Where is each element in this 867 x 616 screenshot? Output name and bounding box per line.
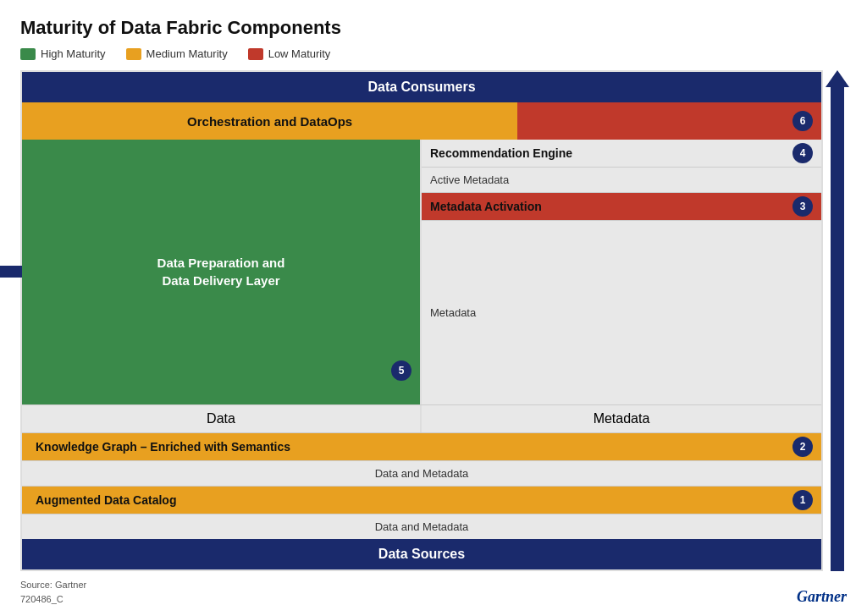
orchestration-right: 6	[517, 102, 821, 140]
active-metadata-label: Active Metadata	[430, 173, 509, 186]
diagram-main: Data Consumers Orchestration and DataOps…	[20, 70, 823, 571]
metadata-label: Metadata	[430, 306, 476, 319]
data-label: Data	[207, 411, 235, 426]
kg-header: Knowledge Graph – Enriched with Semantic…	[22, 432, 821, 460]
aug-sub-label: Data and Metadata	[375, 520, 469, 533]
kg-badge: 2	[792, 437, 813, 457]
active-metadata-row: Active Metadata	[422, 168, 821, 193]
right-panel: Recommendation Engine 4 Active Metadata …	[422, 140, 821, 404]
legend: High Maturity Medium Maturity Low Maturi…	[20, 47, 847, 60]
metadata-row: Metadata	[422, 221, 821, 404]
orchestration-badge: 6	[792, 111, 813, 131]
legend-item-medium: Medium Maturity	[126, 47, 228, 60]
arrow-up-shaft	[831, 87, 844, 571]
gartner-logo: Gartner	[797, 588, 847, 606]
kg-sub: Data and Metadata	[22, 460, 821, 486]
left-panel: Data Preparation andData Delivery Layer …	[22, 140, 422, 404]
legend-label-medium: Medium Maturity	[146, 47, 228, 60]
arrow-shaft	[0, 266, 22, 278]
metadata-sub-label: Metadata	[594, 411, 650, 426]
meta-activation-row: Metadata Activation 3	[422, 193, 821, 221]
left-panel-badge: 5	[391, 360, 411, 381]
aug-header: Augmented Data Catalog 1	[22, 486, 821, 514]
left-panel-label: Data Preparation andData Delivery Layer	[144, 254, 299, 289]
citation-block: Source: Gartner 720486_C	[20, 578, 847, 608]
meta-activation-label: Metadata Activation	[430, 200, 542, 213]
inner-arrow	[0, 260, 22, 283]
medium-maturity-swatch	[126, 48, 141, 60]
legend-item-low: Low Maturity	[248, 47, 331, 60]
legend-label-low: Low Maturity	[268, 47, 331, 60]
data-right: Metadata	[422, 405, 821, 432]
arrow-up-head	[826, 70, 849, 87]
legend-label-high: High Maturity	[41, 47, 106, 60]
maturity-arrow	[828, 70, 847, 571]
aug-sub: Data and Metadata	[22, 514, 821, 539]
diagram-wrapper: Data Consumers Orchestration and DataOps…	[20, 70, 847, 571]
page-title: Maturity of Data Fabric Components	[20, 17, 847, 39]
legend-item-high: High Maturity	[20, 47, 106, 60]
citation-code: 720486_C	[20, 592, 847, 608]
aug-badge: 1	[792, 490, 813, 510]
data-sources-footer: Data Sources	[22, 539, 821, 569]
orchestration-label: Orchestration and DataOps	[187, 114, 352, 129]
rec-engine-label: Recommendation Engine	[430, 146, 572, 160]
middle-top: Data Preparation andData Delivery Layer …	[22, 140, 821, 404]
data-split-row: Data Metadata	[22, 404, 821, 432]
low-maturity-swatch	[248, 48, 263, 60]
meta-activation-badge: 3	[792, 196, 813, 217]
citation-source: Source: Gartner	[20, 578, 847, 593]
data-consumers-header: Data Consumers	[22, 72, 821, 102]
kg-sub-label: Data and Metadata	[375, 467, 469, 480]
knowledge-graph-section: Knowledge Graph – Enriched with Semantic…	[22, 432, 821, 486]
kg-label: Knowledge Graph – Enriched with Semantic…	[36, 440, 290, 454]
rec-engine-badge: 4	[792, 143, 813, 163]
orchestration-left: Orchestration and DataOps	[22, 102, 517, 140]
middle-body: Data Preparation andData Delivery Layer …	[22, 140, 821, 432]
data-left: Data	[22, 405, 422, 432]
high-maturity-swatch	[20, 48, 36, 60]
rec-engine-row: Recommendation Engine 4	[422, 140, 821, 168]
orchestration-row: Orchestration and DataOps 6	[22, 102, 821, 140]
maturity-arrow-col	[823, 70, 847, 571]
aug-label: Augmented Data Catalog	[36, 493, 176, 507]
augmented-catalog-section: Augmented Data Catalog 1 Data and Metada…	[22, 486, 821, 539]
